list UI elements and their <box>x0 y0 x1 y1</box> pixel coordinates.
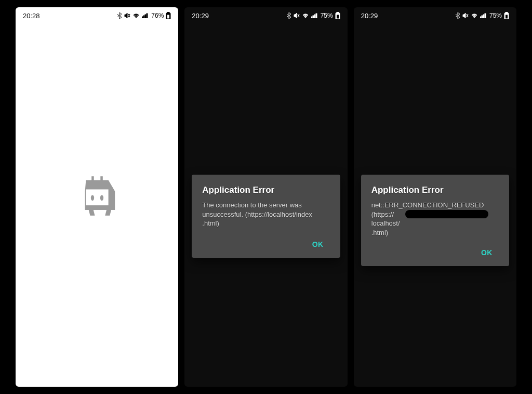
status-icons: 75% <box>455 12 509 19</box>
dialog-line-2: unsuccessful. (https://localhost/index <box>202 210 329 219</box>
signal-icon <box>311 13 317 18</box>
battery-text: 75% <box>489 12 502 19</box>
dialog-line-2: localhost/ <box>371 219 499 228</box>
svg-point-11 <box>100 195 103 201</box>
svg-rect-18 <box>314 15 315 18</box>
svg-rect-12 <box>91 176 94 181</box>
battery-text: 75% <box>321 12 333 19</box>
svg-point-10 <box>91 195 94 201</box>
status-icons: 75% <box>286 12 340 19</box>
dialog-line-3: .html) <box>202 219 329 228</box>
status-bar: 20:29 75% <box>184 7 347 24</box>
status-bar: 20:29 75% <box>354 7 516 24</box>
dialog-actions: OK <box>371 244 499 261</box>
signal-icon <box>480 13 486 18</box>
clock-text: 20:29 <box>192 12 209 20</box>
dialog-line-1: The connection to the server was <box>202 201 329 210</box>
error-dialog: Application Error net::ERR_CONNECTION_RE… <box>361 175 509 266</box>
phone-screen-2: 20:29 75% Application Error The connecti… <box>184 7 347 387</box>
bluetooth-icon <box>286 12 291 19</box>
svg-rect-17 <box>313 16 314 18</box>
dialog-message: net::ERR_CONNECTION_REFUSED (https:// lo… <box>371 201 499 237</box>
svg-rect-31 <box>505 15 508 19</box>
splash-area <box>16 7 178 387</box>
dialog-message: The connection to the server was unsucce… <box>202 201 329 229</box>
svg-rect-16 <box>311 17 312 18</box>
phone-screen-3: 20:29 75% Application Error net::ERR_CON… <box>354 7 516 387</box>
svg-rect-26 <box>482 16 483 18</box>
wifi-icon <box>302 13 309 18</box>
svg-rect-13 <box>100 176 103 181</box>
cordova-robot-icon <box>74 173 121 221</box>
svg-rect-25 <box>480 17 481 18</box>
dialog-title: Application Error <box>202 185 329 195</box>
svg-rect-19 <box>316 14 317 18</box>
wifi-icon <box>471 13 478 18</box>
error-dialog: Application Error The connection to the … <box>192 175 340 258</box>
svg-rect-27 <box>483 15 484 18</box>
svg-rect-9 <box>86 189 108 205</box>
mute-icon <box>294 13 300 18</box>
bluetooth-icon <box>455 12 460 19</box>
ok-button[interactable]: OK <box>306 236 330 253</box>
battery-icon <box>335 12 340 19</box>
mute-icon <box>462 13 469 18</box>
clock-text: 20:29 <box>361 12 378 20</box>
phone-screen-1: 20:28 76% <box>16 7 178 387</box>
dialog-title: Application Error <box>371 185 499 195</box>
svg-rect-28 <box>485 14 486 18</box>
svg-rect-22 <box>336 15 339 19</box>
battery-icon <box>504 12 509 19</box>
redaction-mark <box>405 210 488 218</box>
ok-button[interactable]: OK <box>475 244 499 261</box>
dialog-line-3: .html) <box>371 228 499 238</box>
dialog-actions: OK <box>202 236 329 253</box>
